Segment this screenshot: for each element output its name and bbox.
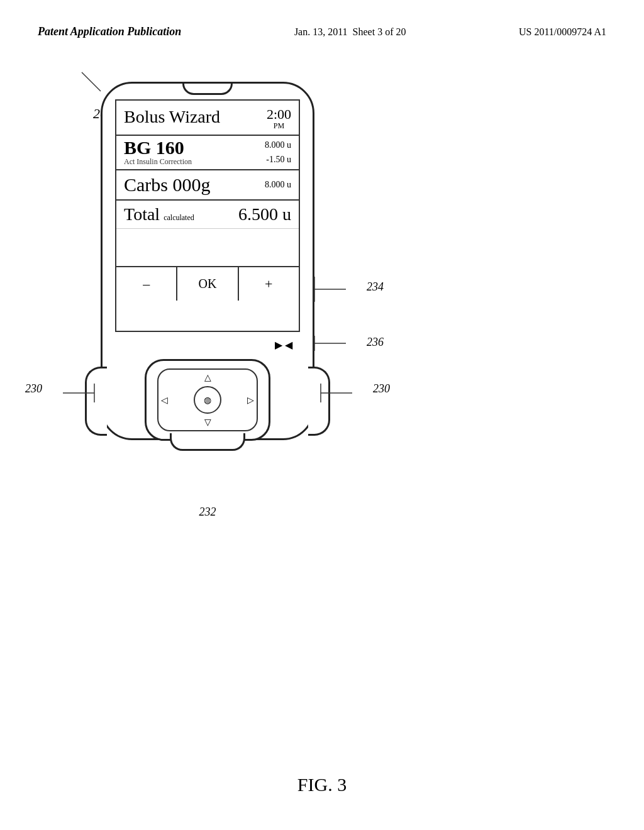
label-230-left-indicator	[44, 377, 101, 409]
device-top-notch	[182, 84, 233, 95]
label-230-left: 230	[25, 382, 42, 396]
bg-value1: 8.000 u	[265, 138, 291, 152]
dpad-left-icon[interactable]: ◁	[161, 395, 168, 406]
header-publication-title: Patent Application Publication	[38, 25, 181, 38]
total-row: Total calculated 6.500 u	[116, 199, 299, 228]
device-diagram: Bolus Wizard 2:00 PM BG 160 Act Insulin …	[101, 82, 314, 472]
bg-right: 8.000 u -1.50 u	[265, 138, 291, 167]
label-234-indicator	[308, 270, 365, 308]
carbs-row: Carbs 000g 8.000 u	[116, 169, 299, 199]
ok-button[interactable]: OK	[177, 267, 238, 301]
dpad-up-icon[interactable]: △	[204, 372, 211, 383]
device-bottom-tab	[170, 433, 245, 451]
bg-main-value: BG 160	[124, 138, 192, 157]
bolus-wizard-title: Bolus Wizard	[124, 107, 220, 127]
label-234: 234	[367, 280, 384, 294]
dpad-down-icon[interactable]: ▽	[204, 417, 211, 428]
nav-arrow-right-icon[interactable]: ▶	[275, 339, 282, 351]
patent-header: Patent Application Publication Jan. 13, …	[0, 25, 644, 38]
nav-arrows-row: ▶ ◀	[115, 335, 300, 354]
header-patent-number: US 2011/0009724 A1	[519, 26, 606, 38]
bg-left: BG 160 Act Insulin Correction	[124, 138, 192, 167]
plus-button[interactable]: +	[239, 267, 299, 301]
label-206-indicator	[72, 66, 110, 97]
dpad-outer: △ ▽ ◁ ▷ ◍	[145, 359, 270, 441]
header-date-sheet: Jan. 13, 2011 Sheet 3 of 20	[294, 26, 406, 38]
screen-header: Bolus Wizard 2:00 PM	[116, 101, 299, 135]
label-230-right-indicator	[314, 377, 371, 409]
label-236: 236	[367, 336, 384, 349]
carbs-value: 8.000 u	[265, 180, 291, 190]
label-236-indicator	[308, 331, 365, 356]
bg-value2: -1.50 u	[266, 153, 291, 167]
figure-caption: FIG. 3	[0, 774, 644, 795]
label-230-right: 230	[373, 382, 390, 396]
nav-arrow-left-icon[interactable]: ◀	[285, 339, 292, 351]
label-232: 232	[199, 506, 216, 519]
screen-button-row: – OK +	[116, 266, 299, 301]
center-circle-icon: ◍	[204, 395, 211, 406]
device-outer-shell: Bolus Wizard 2:00 PM BG 160 Act Insulin …	[101, 82, 314, 440]
total-sublabel: calculated	[164, 213, 194, 223]
bg-sub-label: Act Insulin Correction	[124, 157, 192, 167]
dpad-center-button[interactable]: ◍	[194, 386, 221, 414]
bg-row: BG 160 Act Insulin Correction 8.000 u -1…	[116, 135, 299, 169]
time-display: 2:00 PM	[267, 107, 291, 130]
empty-area	[116, 228, 299, 266]
minus-button[interactable]: –	[116, 267, 177, 301]
carbs-label: Carbs 000g	[124, 174, 211, 196]
dpad-right-icon[interactable]: ▷	[247, 395, 254, 406]
dpad-inner: △ ▽ ◁ ▷ ◍	[157, 368, 258, 431]
total-label: Total	[124, 204, 160, 224]
total-value: 6.500 u	[238, 204, 291, 224]
total-left: Total calculated	[124, 204, 194, 224]
device-screen: Bolus Wizard 2:00 PM BG 160 Act Insulin …	[115, 99, 300, 332]
svg-line-8	[82, 72, 101, 91]
